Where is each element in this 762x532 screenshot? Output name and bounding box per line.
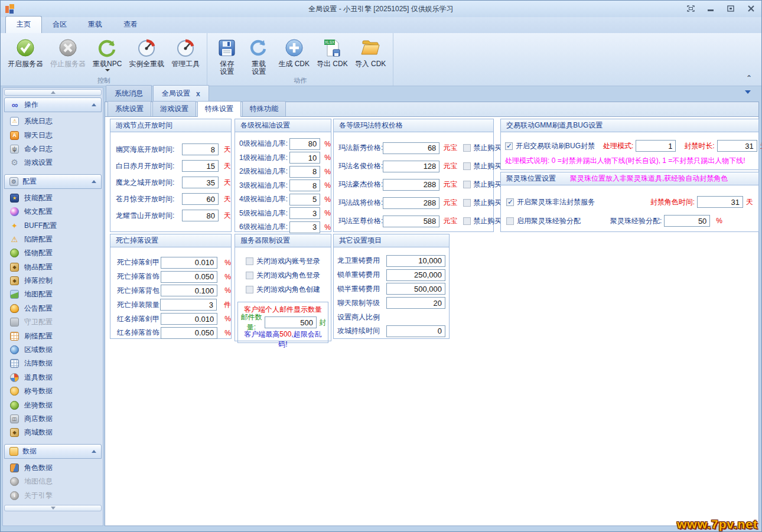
sidebar-group-operations[interactable]: ∞ 操作 (4, 97, 102, 112)
sidebar-group-data[interactable]: 数据 (4, 444, 102, 459)
sidebar-item-map-info[interactable]: 地图信息 (3, 475, 103, 488)
sidebar-item-skill-config[interactable]: ★技能配置 (3, 191, 103, 205)
sidebar-item-game-settings[interactable]: ⚙游戏设置 (3, 156, 103, 169)
setting-input[interactable] (386, 255, 445, 267)
subtab-system-settings[interactable]: 系统设置 (108, 101, 151, 116)
sidebar-item-guard-config[interactable]: 守卫配置 (3, 315, 103, 329)
enable-exp-share-checkbox[interactable] (506, 217, 514, 225)
forbid-buy-checkbox[interactable] (463, 181, 471, 188)
setting-input[interactable] (161, 327, 217, 339)
setting-input[interactable] (182, 193, 219, 205)
sidebar-scroll-up[interactable] (4, 89, 102, 96)
sidebar-item-map-config[interactable]: 地图配置 (3, 288, 103, 301)
sidebar-item-spawn-config[interactable]: 刷怪配置 (3, 329, 103, 342)
sidebar-item-trap-config[interactable]: ⚠陷阱配置 (3, 233, 103, 246)
menu-tab-view[interactable]: 查看 (113, 17, 148, 33)
forbid-buy-checkbox[interactable] (463, 199, 471, 207)
ban-duration-input[interactable] (717, 140, 757, 152)
reload-settings-button[interactable]: 重载设置 (243, 35, 275, 77)
setting-input[interactable] (289, 207, 320, 219)
setting-input[interactable] (386, 325, 445, 337)
close-role-create-checkbox[interactable] (246, 286, 253, 293)
sidebar-group-config[interactable]: ⚙ 配置 (4, 174, 102, 189)
minimize-button[interactable] (705, 3, 717, 14)
setting-input[interactable] (386, 297, 445, 309)
price-input[interactable] (383, 197, 439, 209)
sidebar-item-item-config[interactable]: ◆物品配置 (3, 260, 103, 274)
setting-input[interactable] (160, 299, 217, 311)
start-server-button[interactable]: 开启服务器 (4, 35, 47, 70)
close-role-login-checkbox[interactable] (246, 272, 253, 279)
sidebar-item-prop-data[interactable]: 道具数据 (3, 371, 103, 384)
stop-server-button[interactable]: 停止服务器 (47, 35, 89, 70)
ban-role-time-input[interactable] (697, 196, 743, 208)
setting-input[interactable] (386, 283, 445, 295)
sidebar-item-system-log[interactable]: ⚠系统日志 (3, 115, 103, 128)
menu-tab-reload[interactable]: 重载 (77, 17, 113, 33)
save-settings-button[interactable]: 保存设置 (211, 35, 243, 77)
forbid-buy-checkbox[interactable] (463, 162, 471, 170)
menu-tab-merge[interactable]: 合区 (42, 17, 77, 33)
tab-system-messages[interactable]: 系统消息 (106, 85, 152, 102)
sidebar-scroll-down[interactable] (4, 505, 102, 511)
sidebar-item-role-data[interactable]: 角色数据 (3, 461, 103, 475)
close-account-login-checkbox[interactable] (246, 257, 253, 265)
ribbon-collapse-icon[interactable]: ⌃ (746, 74, 752, 82)
tab-global-settings[interactable]: 全局设置 x (153, 85, 209, 102)
price-input[interactable] (383, 216, 439, 227)
setting-input[interactable] (182, 160, 219, 172)
fullscreen-button[interactable] (685, 3, 696, 14)
subtab-game-settings[interactable]: 游戏设置 (152, 101, 196, 116)
sidebar-item-notice-config[interactable]: 公告配置 (3, 302, 103, 315)
setting-input[interactable] (289, 179, 320, 191)
full-reload-button[interactable]: 实例全重载 (125, 35, 168, 70)
sidebar-item-command-log[interactable]: ψ命令日志 (3, 142, 103, 156)
setting-input[interactable] (289, 166, 320, 178)
sidebar-item-region-data[interactable]: 区域数据 (3, 343, 103, 357)
menu-tab-home[interactable]: 主页 (5, 16, 42, 33)
setting-input[interactable] (161, 257, 217, 269)
price-input[interactable] (383, 142, 439, 154)
setting-input[interactable] (289, 152, 320, 164)
exp-share-input[interactable] (664, 215, 710, 227)
sidebar-item-title-data[interactable]: 称号数据 (3, 384, 103, 398)
setting-input[interactable] (161, 313, 217, 325)
sidebar-item-mount-data[interactable]: 坐骑数据 (3, 398, 103, 412)
export-cdk-button[interactable]: XLSX 导出 CDK (313, 35, 351, 70)
tab-close-icon[interactable]: x (196, 91, 200, 97)
setting-input[interactable] (182, 210, 219, 221)
setting-input[interactable] (161, 271, 217, 283)
import-cdk-button[interactable]: 导入 CDK (351, 35, 390, 70)
sidebar-item-shop-data[interactable]: ◫商店数据 (3, 412, 103, 426)
reload-npc-button[interactable]: 重载NPC (89, 35, 125, 76)
forbid-buy-checkbox[interactable] (463, 144, 471, 152)
generate-cdk-button[interactable]: 生成 CDK (275, 35, 313, 70)
tab-list-dropdown-icon[interactable] (745, 90, 751, 97)
setting-input[interactable] (182, 143, 219, 155)
sidebar-item-buff-config[interactable]: ✦BUFF配置 (3, 218, 103, 232)
enable-gmm-ban-checkbox[interactable] (505, 142, 513, 150)
admin-tools-button[interactable]: 管理工具 (168, 35, 203, 70)
setting-input[interactable] (289, 138, 320, 150)
setting-input[interactable] (161, 285, 217, 296)
price-input[interactable] (383, 179, 439, 191)
price-input[interactable] (383, 161, 439, 172)
restore-button[interactable] (725, 3, 737, 14)
sidebar-item-array-data[interactable]: 法阵数据 (3, 357, 103, 370)
sidebar-item-chat-log[interactable]: A聊天日志 (3, 128, 103, 142)
mode-input[interactable] (636, 140, 676, 152)
sidebar-item-inscription-config[interactable]: 铭文配置 (3, 205, 103, 218)
mail-count-input[interactable] (265, 316, 317, 328)
reload-npc-dropdown-caret[interactable] (105, 69, 110, 74)
sidebar-item-monster-config[interactable]: 怪物配置 (3, 246, 103, 260)
sidebar-item-about-engine[interactable]: i关于引擎 (3, 488, 103, 502)
setting-input[interactable] (386, 269, 445, 281)
sidebar-item-mall-data[interactable]: ◆商城数据 (3, 426, 103, 439)
enable-julingzhu-ban-checkbox[interactable] (506, 198, 514, 206)
close-button[interactable] (745, 3, 757, 14)
setting-input[interactable] (289, 194, 320, 205)
subtab-special-functions[interactable]: 特殊功能 (242, 101, 286, 116)
forbid-buy-checkbox[interactable] (463, 217, 471, 225)
setting-input[interactable] (182, 177, 219, 188)
setting-input[interactable] (289, 221, 320, 233)
